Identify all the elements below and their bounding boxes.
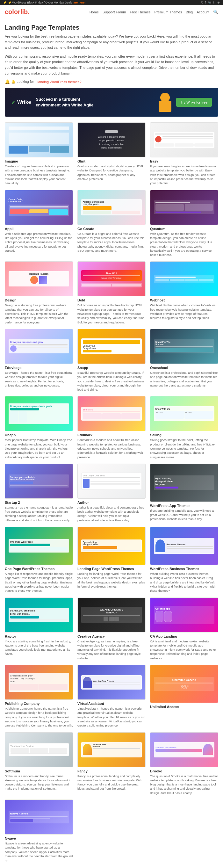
template-card-landingpage: Eye-catchingdesign & ideas Landing Page … — [77, 527, 146, 593]
template-card-fancy: Your New YearPreview Fancy Fancy is a pr… — [77, 732, 146, 795]
template-name-fancy: Fancy — [77, 769, 146, 773]
template-desc-wpapp: If you are building a mobile app, you wi… — [150, 508, 218, 521]
template-thumb-appli[interactable]: Create, Code,Collaborate — [5, 190, 73, 225]
top-bar-sale[interactable]: ⚡ ⚡ WordPress Black Friday / Cyber Monda… — [3, 1, 85, 4]
template-thumb-softmum[interactable]: Your New Year Preview — [5, 732, 73, 767]
template-thumb-landingpage[interactable]: Eye-catchingdesign & ideas — [77, 527, 146, 565]
template-desc-webhost: Webhost fits the name when it comes to W… — [150, 303, 218, 320]
template-thumb-imagine[interactable] — [5, 122, 73, 157]
nav-free-themes[interactable]: Free Themes — [130, 10, 150, 14]
template-desc-eduvitage: Eduvitage - hence the name - is a free e… — [5, 371, 73, 388]
template-thumb-publishing[interactable]: Great deals don't growon trees. They gro… — [5, 665, 73, 700]
template-name-appli: Appli — [5, 227, 73, 231]
template-card-softmum: Your New Year Preview Softmum Softmum is… — [5, 732, 73, 795]
page-content: Landing Page Templates Are you looking f… — [0, 19, 223, 868]
template-desc-landingpage: Looking for landing page WordPress theme… — [77, 572, 146, 589]
template-card-eduvitage: Grow your prospects and grow — [5, 329, 73, 392]
template-name-webhost: Webhost — [150, 298, 218, 302]
template-name-brooke: Brooke — [150, 769, 218, 773]
rss-icon[interactable]: ⊕ — [217, 1, 220, 4]
top-bar-social: 𝕏 f 📷 in ⊕ — [201, 1, 220, 4]
twitter-icon[interactable]: 𝕏 — [201, 1, 203, 4]
template-thumb-author[interactable]: One Day of One Book — [77, 464, 146, 499]
linkedin-icon[interactable]: in — [213, 1, 215, 4]
template-thumb-fancy[interactable]: Your New YearPreview — [77, 732, 146, 767]
template-card-wpapp: Eye-catchingdesign & ideasfor your WordP… — [150, 464, 218, 522]
template-thumb-wpbusiness[interactable]: Business Themes — [150, 527, 218, 565]
template-desc-brooke: The question if Brooke is a matrimonial … — [150, 774, 218, 795]
template-name-virtualassistant: VirtualAssistant — [77, 702, 146, 706]
template-thumb-quantum[interactable] — [150, 190, 218, 225]
template-card-unlimited: Unlimited Access Future toProfit Unlimit… — [150, 665, 218, 727]
template-thumb-design[interactable]: Design is Passion — [5, 261, 73, 296]
template-name-snapp: Snapp — [77, 366, 146, 370]
template-card-imagine: Imagine Create a strong and memorable fi… — [5, 122, 73, 185]
template-thumb-glint[interactable]: We are a creative groupof people who bel… — [77, 122, 146, 157]
template-desc-fancy: Fancy is a professional landing and comp… — [77, 774, 146, 791]
template-name-wpapp: WordPress App Themes — [150, 504, 218, 507]
template-thumb-gocreate[interactable]: Amiable Candidatesready for your... — [77, 190, 146, 225]
abot-section: abot — [5, 865, 218, 868]
nav-premium-themes[interactable]: Premium Themes — [155, 10, 182, 14]
template-thumb-edumark[interactable]: Edu Mark — [77, 396, 146, 431]
template-desc-startup2: Startup 2 - as the name suggests - is a … — [5, 505, 73, 522]
template-thumb-nwave[interactable]: Nwave Agency — [5, 800, 73, 835]
templates-grid: Imagine Create a strong and memorable fi… — [5, 122, 218, 862]
nav-blog[interactable]: Blog — [186, 10, 193, 14]
template-desc-appli: With a solid free app promotion website … — [5, 232, 73, 253]
template-name-wpbusiness: WordPress Business Themes — [150, 567, 218, 571]
template-name-onepage: One Page WordPress Themes — [5, 567, 73, 571]
template-desc-wpbusiness: When building WordPress business themes,… — [150, 572, 218, 593]
sale-link[interactable]: are here! — [73, 1, 85, 4]
template-thumb-eduvitage[interactable]: Grow your prospects and grow — [5, 329, 73, 364]
site-logo[interactable]: colorlib. — [5, 8, 30, 16]
template-thumb-easy[interactable] — [150, 122, 218, 157]
template-desc-unapp: Most popular Bootstrap template. With Un… — [5, 438, 73, 459]
template-thumb-snapp[interactable]: Upload YourDesign Ideas — [77, 329, 146, 364]
template-name-unapp: Unapp — [5, 433, 73, 437]
top-bar: ⚡ ⚡ WordPress Black Friday / Cyber Monda… — [0, 0, 223, 5]
sale-text: ⚡ WordPress Black Friday / Cyber Monday … — [8, 1, 72, 4]
instagram-icon[interactable]: 📷 — [208, 1, 211, 4]
facebook-icon[interactable]: f — [205, 1, 206, 4]
template-thumb-caapp[interactable]: Colorlib app — [150, 597, 218, 632]
notice-link[interactable]: landing WordPress themes? — [38, 80, 82, 84]
template-thumb-sailing[interactable]: Shop With Us Product Product — [150, 396, 218, 431]
template-thumb-onepage[interactable]: One Page WordPress — [5, 527, 73, 565]
template-thumb-bold[interactable]: Beautiful Newsletter Template — [77, 261, 146, 296]
template-card-quantum: Quantum With Quantum, as the free tender… — [150, 190, 218, 257]
template-name-author: Author — [77, 501, 146, 504]
nav-account[interactable]: Account — [197, 10, 209, 14]
template-name-imagine: Imagine — [5, 159, 73, 163]
template-card-oneschool: Smart For TheStudent Oneschool Oneschool… — [150, 329, 218, 392]
template-thumb-wpapp[interactable]: Eye-catchingdesign & ideasfor your — [150, 464, 218, 502]
template-name-edumark: Edumark — [77, 433, 146, 437]
search-icon[interactable]: 🔍 — [213, 9, 218, 14]
template-desc-gocreate: Go Create is a bright and colorful free … — [77, 232, 146, 253]
page-intro-2: With our contemporary, responsive and mo… — [5, 54, 218, 76]
wp-icon: ⚡ — [3, 1, 7, 4]
template-card-edumark: Edu Mark Edumark Edumark is a modern and… — [77, 396, 146, 459]
template-name-design: Design — [5, 298, 73, 302]
template-thumb-raptor[interactable]: Startup, you can build abetter world fro… — [5, 597, 73, 632]
template-thumb-brooke[interactable]: Your New Year Preview — [150, 732, 218, 767]
template-thumb-startup2[interactable]: Startup, you can build abusiness from sc… — [5, 464, 73, 499]
nav-support[interactable]: Support Forum — [103, 10, 126, 14]
template-card-author: One Day of One Book — [77, 464, 146, 522]
template-desc-easy: If you are searching for an exclusive fr… — [150, 164, 218, 185]
notice-icon: 🔔 — [5, 79, 10, 84]
template-thumb-virtualassistant[interactable]: Your New Year Preview — [77, 665, 146, 700]
template-thumb-creative[interactable]: WE ARE CREATIVEAGENCY — [77, 597, 146, 632]
template-thumb-webhost[interactable] — [150, 261, 218, 296]
template-thumb-unapp[interactable]: Grow your business projects and goals — [5, 396, 73, 431]
template-name-unlimited: Unlimited Access — [150, 705, 218, 709]
check-icon: ✔ — [11, 99, 15, 105]
template-card-raptor: Startup, you can build abetter world fro… — [5, 597, 73, 660]
template-thumb-oneschool[interactable]: Smart For TheStudent — [150, 329, 218, 364]
nav-home[interactable]: Home — [90, 10, 99, 14]
wrike-banner[interactable]: ✔ Wrike Succeed in a turbulent environme… — [5, 88, 218, 117]
template-thumb-unlimited[interactable]: Unlimited Access Future toProfit — [150, 665, 218, 703]
banner-cta-button[interactable]: Try Wrike for free — [176, 98, 212, 107]
template-desc-glint: Glint is a modern and stylish digital ag… — [77, 164, 146, 181]
template-name-gocreate: Go Create — [77, 227, 146, 231]
